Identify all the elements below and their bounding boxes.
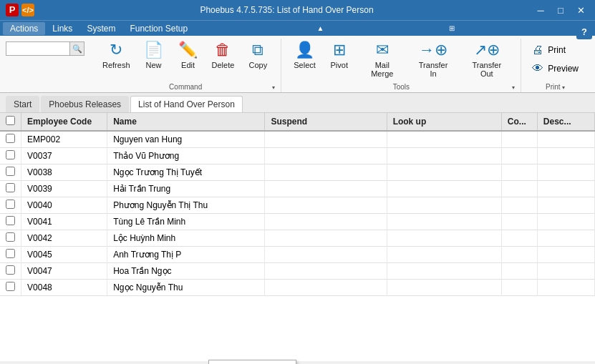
delete-button[interactable]: 🗑 Delete	[205, 39, 241, 82]
transfer-in-button[interactable]: →⊕ Transfer In	[408, 39, 458, 82]
preview-icon: 👁	[532, 62, 543, 75]
breadcrumb-phoebus-releases[interactable]: Phoebus Releases	[41, 96, 129, 112]
cell-empcode: V0040	[21, 197, 107, 214]
cell-lookup	[387, 247, 501, 263]
row-checkbox[interactable]	[6, 216, 15, 225]
cell-empcode: EMP002	[21, 131, 107, 148]
table-row[interactable]: V0048Ngọc Nguyễn Thu	[0, 280, 595, 296]
data-table: Employee Code Name Suspend Look up Co...…	[0, 113, 595, 296]
menu-actions[interactable]: Actions	[3, 22, 45, 35]
cell-desc	[537, 197, 594, 214]
cell-co	[501, 214, 537, 230]
print-group-label: Print ▾	[527, 82, 584, 92]
cell-co	[501, 247, 537, 263]
table-row[interactable]: V0040Phương Nguyễn Thị Thu	[0, 197, 595, 214]
mail-merge-button[interactable]: ✉ Mail Merge	[357, 39, 408, 82]
cell-co	[501, 164, 537, 181]
mail-merge-icon: ✉	[376, 42, 389, 58]
cell-name: Phương Nguyễn Thị Thu	[107, 197, 265, 214]
cell-suspend	[265, 247, 387, 263]
cell-co	[501, 280, 537, 296]
close-button[interactable]: ✕	[572, 3, 589, 17]
menu-system[interactable]: System	[79, 22, 122, 35]
menu-function-setup[interactable]: Function Setup	[122, 22, 195, 35]
transfer-out-icon: ↗⊕	[474, 42, 500, 58]
select-button[interactable]: 👤 Select	[287, 39, 321, 82]
table-row[interactable]: V0038Ngọc Trương Thị Tuyết	[0, 164, 595, 181]
row-checkbox[interactable]	[6, 167, 15, 176]
cell-name: Thảo Vũ Phương	[107, 148, 265, 164]
preview-button[interactable]: 👁 Preview	[527, 60, 584, 77]
edit-label: Edit	[181, 61, 195, 69]
cell-co	[501, 148, 537, 164]
row-checkbox[interactable]	[6, 249, 15, 258]
copy-icon: ⧉	[252, 42, 263, 58]
transfer-out-button[interactable]: ↗⊕ Transfer Out	[458, 39, 515, 82]
header-desc[interactable]: Desc...	[537, 113, 594, 131]
cell-desc	[537, 214, 594, 230]
print-group: 🖨 Print 👁 Preview Print ▾	[521, 39, 589, 92]
tools-expand-icon: ▾	[512, 84, 515, 91]
tools-group-items: 👤 Select ⊞ Pivot ✉ Mail Merge →⊕ Transfe…	[287, 39, 515, 82]
toolbar: 🔍 ↻ Refresh 📄 New ✏️ Edit 🗑 Del	[0, 36, 595, 93]
header-co[interactable]: Co...	[501, 113, 537, 131]
table-row[interactable]: EMP002Nguyen van Hung	[0, 131, 595, 148]
breadcrumb-start[interactable]: Start	[6, 96, 39, 112]
row-checkbox[interactable]	[6, 265, 15, 275]
cell-co	[501, 131, 537, 148]
select-icon: 👤	[295, 42, 314, 58]
table-row[interactable]: V0037Thảo Vũ Phương	[0, 148, 595, 164]
table-header-row: Employee Code Name Suspend Look up Co...…	[0, 113, 595, 131]
new-button[interactable]: 📄 New	[137, 39, 171, 82]
row-checkbox[interactable]	[6, 200, 15, 209]
help-button[interactable]: ?	[576, 24, 592, 39]
row-checkbox[interactable]	[6, 134, 15, 143]
search-button[interactable]: 🔍	[70, 41, 84, 56]
menu-links[interactable]: Links	[45, 22, 79, 35]
maximize-button[interactable]: □	[552, 3, 569, 17]
tools-group: 👤 Select ⊞ Pivot ✉ Mail Merge →⊕ Transfe…	[281, 39, 521, 92]
title-bar: P </> Phoebus 4.7.5.735: List of Hand Ov…	[0, 0, 595, 20]
row-checkbox[interactable]	[6, 232, 15, 242]
header-employee-code[interactable]: Employee Code	[21, 113, 107, 131]
cell-suspend	[265, 164, 387, 181]
print-button[interactable]: 🖨 Print	[527, 41, 584, 59]
table-row[interactable]: V0041Tùng Lê Trần Minh	[0, 214, 595, 230]
copy-button[interactable]: ⧉ Copy	[241, 39, 275, 82]
table-row[interactable]: V0039Hải Trần Trung	[0, 181, 595, 197]
cell-empcode: V0039	[21, 181, 107, 197]
select-label: Select	[294, 61, 316, 69]
cell-suspend	[265, 214, 387, 230]
cell-name: Nguyen van Hung	[107, 131, 265, 148]
row-checkbox[interactable]	[6, 150, 15, 159]
tooltip-popup: Tùng Lê Trần Minh	[208, 360, 296, 364]
table-row[interactable]: V0045Anh Trương Thị P	[0, 247, 595, 263]
command-group-label: Command ▾	[96, 82, 275, 92]
minimize-button[interactable]: ─	[532, 3, 549, 17]
header-lookup[interactable]: Look up	[387, 113, 501, 131]
cell-name: Hải Trần Trung	[107, 181, 265, 197]
transfer-out-label: Transfer Out	[465, 61, 508, 78]
pivot-icon: ⊞	[333, 42, 346, 58]
edit-button[interactable]: ✏️ Edit	[171, 39, 205, 82]
pivot-button[interactable]: ⊞ Pivot	[322, 39, 357, 82]
search-input[interactable]	[6, 41, 70, 56]
cell-desc	[537, 247, 594, 263]
cell-desc	[537, 131, 594, 148]
header-name[interactable]: Name	[107, 113, 265, 131]
quick-access-toolbar[interactable]: ⊞	[446, 23, 458, 34]
cell-desc	[537, 164, 594, 181]
delete-icon: 🗑	[215, 42, 231, 58]
refresh-button[interactable]: ↻ Refresh	[96, 39, 137, 82]
table-row[interactable]: V0042Lộc Huỳnh Minh	[0, 230, 595, 247]
menu-expand-up[interactable]: ▲	[314, 23, 326, 34]
header-suspend[interactable]: Suspend	[265, 113, 387, 131]
cell-empcode: V0041	[21, 214, 107, 230]
row-checkbox[interactable]	[6, 282, 15, 291]
app-logo-p: P	[6, 4, 19, 16]
select-all-checkbox[interactable]	[6, 116, 15, 125]
breadcrumb-list-hand-over[interactable]: List of Hand Over Person	[130, 96, 243, 112]
row-checkbox[interactable]	[6, 183, 15, 192]
table-row[interactable]: V0047Hoa Trần Ngọc	[0, 263, 595, 280]
cell-name: Hoa Trần Ngọc	[107, 263, 265, 280]
